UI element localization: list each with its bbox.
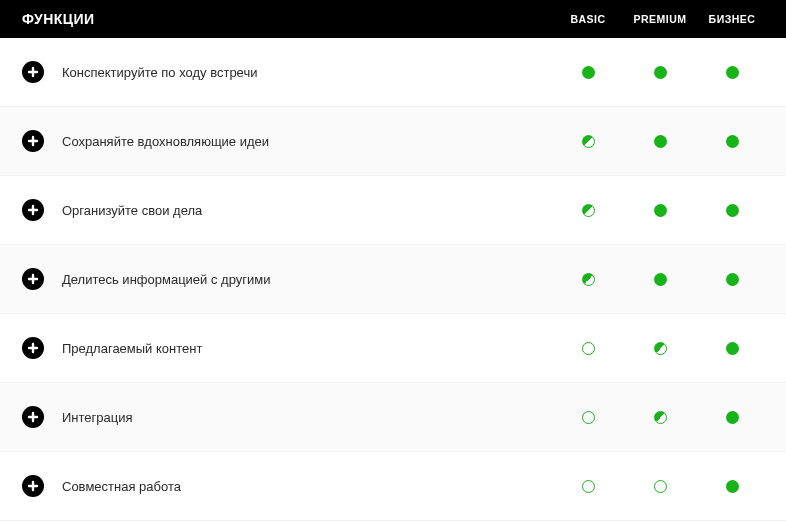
feature-levels [552,342,768,355]
plus-icon [27,342,39,354]
level-cell [552,411,624,424]
plus-icon [27,66,39,78]
level-cell [624,342,696,355]
empty-indicator-icon [582,342,595,355]
plus-icon [27,480,39,492]
feature-levels [552,204,768,217]
level-cell [552,273,624,286]
expand-button[interactable] [22,475,44,497]
expand-button[interactable] [22,61,44,83]
level-cell [552,204,624,217]
level-cell [696,66,768,79]
feature-label: Предлагаемый контент [62,341,552,356]
feature-label: Сохраняйте вдохновляющие идеи [62,134,552,149]
expand-button[interactable] [22,406,44,428]
col-basic: BASIC [552,13,624,25]
header-columns: BASIC PREMIUM БИЗНЕС [552,13,768,25]
level-cell [696,135,768,148]
col-premium: PREMIUM [624,13,696,25]
plus-icon [27,411,39,423]
full-indicator-icon [726,204,739,217]
level-cell [696,342,768,355]
full-indicator-icon [654,66,667,79]
level-cell [696,480,768,493]
col-business: БИЗНЕС [696,13,768,25]
feature-label: Организуйте свои дела [62,203,552,218]
level-cell [552,342,624,355]
empty-indicator-icon [654,480,667,493]
level-cell [624,480,696,493]
feature-levels [552,480,768,493]
half-indicator-icon [582,204,595,217]
full-indicator-icon [726,66,739,79]
level-cell [552,135,624,148]
feature-levels [552,273,768,286]
feature-row: Интеграция [0,383,786,452]
full-indicator-icon [726,273,739,286]
plus-icon [27,273,39,285]
feature-levels [552,66,768,79]
feature-row: Конспектируйте по ходу встречи [0,38,786,107]
feature-levels [552,411,768,424]
full-indicator-icon [654,273,667,286]
feature-label: Делитесь информацией с другими [62,272,552,287]
feature-list: Конспектируйте по ходу встречиСохраняйте… [0,38,786,521]
full-indicator-icon [726,411,739,424]
level-cell [696,204,768,217]
empty-indicator-icon [582,411,595,424]
plus-icon [27,135,39,147]
half-indicator-icon [582,135,595,148]
full-indicator-icon [654,135,667,148]
level-cell [624,273,696,286]
level-cell [552,66,624,79]
empty-indicator-icon [582,480,595,493]
level-cell [696,273,768,286]
expand-button[interactable] [22,268,44,290]
level-cell [696,411,768,424]
feature-levels [552,135,768,148]
feature-row: Совместная работа [0,452,786,521]
feature-row: Сохраняйте вдохновляющие идеи [0,107,786,176]
level-cell [624,204,696,217]
expand-button[interactable] [22,130,44,152]
full-indicator-icon [726,342,739,355]
feature-label: Конспектируйте по ходу встречи [62,65,552,80]
level-cell [624,66,696,79]
full-indicator-icon [726,135,739,148]
level-cell [624,135,696,148]
full-indicator-icon [654,204,667,217]
feature-row: Делитесь информацией с другими [0,245,786,314]
level-cell [552,480,624,493]
feature-row: Организуйте свои дела [0,176,786,245]
expand-button[interactable] [22,199,44,221]
plus-icon [27,204,39,216]
half-indicator-icon [654,411,667,424]
level-cell [624,411,696,424]
header-title: ФУНКЦИИ [22,11,552,27]
half-indicator-icon [582,273,595,286]
full-indicator-icon [726,480,739,493]
table-header: ФУНКЦИИ BASIC PREMIUM БИЗНЕС [0,0,786,38]
feature-label: Интеграция [62,410,552,425]
feature-label: Совместная работа [62,479,552,494]
half-indicator-icon [654,342,667,355]
expand-button[interactable] [22,337,44,359]
feature-row: Предлагаемый контент [0,314,786,383]
full-indicator-icon [582,66,595,79]
